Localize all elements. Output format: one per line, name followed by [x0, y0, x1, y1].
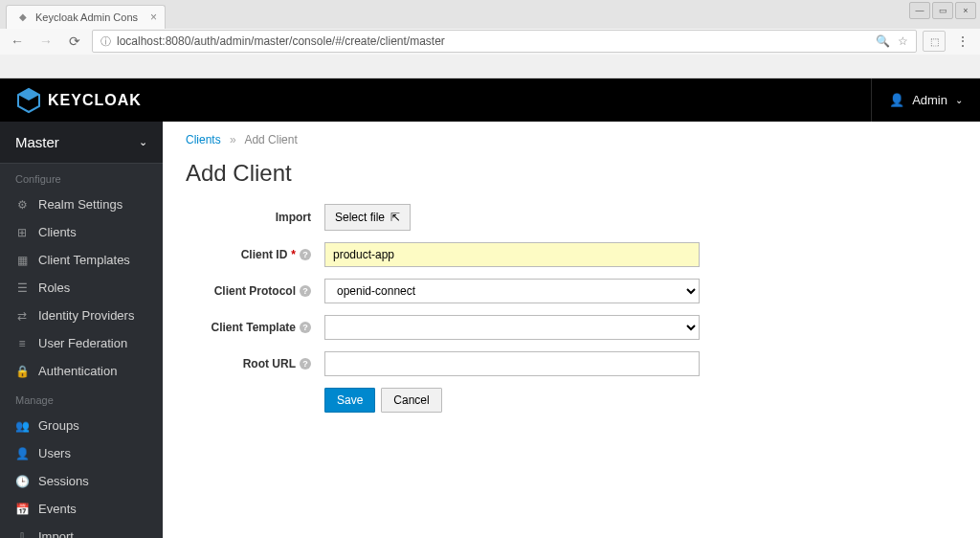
select-file-label: Select file — [335, 211, 385, 224]
sidebar-item-label: Sessions — [38, 474, 89, 488]
breadcrumb-parent-link[interactable]: Clients — [186, 133, 221, 146]
sidebar-item-label: Users — [38, 446, 71, 460]
svg-marker-1 — [18, 89, 39, 101]
url-bar[interactable]: ⓘ localhost:8080/auth/admin/master/conso… — [92, 30, 917, 53]
clock-icon: 🕒 — [15, 475, 29, 488]
sidebar-item-label: Clients — [38, 225, 77, 239]
forward-icon: → — [34, 31, 57, 52]
sidebar-item-groups[interactable]: 👥Groups — [0, 412, 163, 439]
sidebar-item-label: Events — [38, 502, 77, 516]
close-icon[interactable]: × — [150, 11, 157, 24]
breadcrumb-separator-icon: » — [230, 133, 236, 146]
templates-icon: ▦ — [15, 254, 29, 267]
logo[interactable]: KEYCLOAK — [15, 87, 142, 114]
sidebar-item-label: Roles — [38, 280, 70, 295]
client-protocol-label: Client Protocol — [214, 284, 296, 298]
sidebar-item-label: Authentication — [38, 364, 117, 378]
content: Clients » Add Client Add Client Import S… — [163, 122, 980, 538]
help-icon[interactable]: ? — [300, 285, 311, 297]
sidebar-item-label: Identity Providers — [38, 308, 134, 323]
zoom-icon[interactable]: 🔍 — [876, 34, 890, 48]
back-icon[interactable]: ← — [6, 31, 29, 52]
browser-tab[interactable]: ◆ Keycloak Admin Cons × — [6, 5, 166, 29]
list-icon: ☰ — [15, 281, 29, 295]
breadcrumb: Clients » Add Client — [186, 133, 957, 146]
sidebar-item-sessions[interactable]: 🕒Sessions — [0, 467, 163, 495]
sliders-icon: ⚙ — [15, 198, 29, 212]
url-actions: 🔍 ☆ — [876, 34, 908, 48]
calendar-icon: 📅 — [15, 503, 29, 516]
sidebar: Master ⌄ Configure ⚙Realm Settings ⊞Clie… — [0, 122, 163, 538]
user-icon: 👤 — [889, 93, 904, 107]
groups-icon: 👥 — [15, 419, 29, 433]
menu-icon[interactable]: ⋮ — [951, 31, 974, 52]
reload-icon[interactable]: ⟳ — [63, 31, 86, 52]
layers-icon: ≡ — [15, 337, 29, 350]
chevron-down-icon: ⌄ — [955, 95, 963, 105]
sidebar-item-events[interactable]: 📅Events — [0, 495, 163, 523]
user-icon: 👤 — [15, 447, 29, 460]
page-title: Add Client — [186, 160, 957, 187]
cancel-button[interactable]: Cancel — [381, 388, 441, 413]
sidebar-item-label: Client Templates — [38, 253, 130, 267]
url-text: localhost:8080/auth/admin/master/console… — [117, 34, 445, 48]
extension-icon[interactable]: ⬚ — [923, 31, 946, 52]
sidebar-item-clients[interactable]: ⊞Clients — [0, 218, 163, 246]
select-file-button[interactable]: Select file ⇱ — [324, 204, 411, 231]
info-icon: ⓘ — [100, 34, 111, 49]
help-icon[interactable]: ? — [300, 358, 311, 370]
help-icon[interactable]: ? — [300, 249, 311, 260]
logo-text: KEYCLOAK — [48, 92, 142, 109]
import-icon: ⇩ — [15, 530, 29, 539]
root-url-input[interactable] — [324, 351, 700, 376]
tab-bar: ◆ Keycloak Admin Cons × — ▭ × — [0, 0, 980, 29]
client-template-label: Client Template — [212, 321, 296, 334]
user-menu[interactable]: 👤 Admin ⌄ — [871, 78, 980, 122]
sidebar-item-import[interactable]: ⇩Import — [0, 523, 163, 538]
sidebar-item-identity-providers[interactable]: ⇄Identity Providers — [0, 302, 163, 329]
help-icon[interactable]: ? — [300, 322, 311, 333]
minimize-icon[interactable]: — — [909, 2, 930, 19]
close-window-icon[interactable]: × — [955, 2, 976, 19]
configure-section-label: Configure — [0, 164, 163, 191]
import-label: Import — [276, 211, 311, 224]
browser-chrome: ◆ Keycloak Admin Cons × — ▭ × ← → ⟳ ⓘ lo… — [0, 0, 980, 78]
root-url-label: Root URL — [243, 357, 296, 370]
sidebar-item-user-federation[interactable]: ≡User Federation — [0, 329, 163, 357]
realm-name: Master — [15, 134, 59, 150]
star-icon[interactable]: ☆ — [898, 34, 908, 48]
user-name: Admin — [912, 93, 947, 107]
swap-icon: ⇄ — [15, 309, 29, 323]
client-template-select[interactable] — [324, 315, 700, 340]
realm-selector[interactable]: Master ⌄ — [0, 122, 163, 164]
save-button[interactable]: Save — [324, 388, 375, 413]
tab-favicon-icon: ◆ — [16, 11, 30, 24]
client-id-input[interactable] — [324, 242, 700, 267]
tab-title: Keycloak Admin Cons — [35, 11, 138, 23]
maximize-icon[interactable]: ▭ — [932, 2, 953, 19]
nav-bar: ← → ⟳ ⓘ localhost:8080/auth/admin/master… — [0, 29, 980, 56]
sidebar-item-authentication[interactable]: 🔒Authentication — [0, 357, 163, 385]
sidebar-item-realm-settings[interactable]: ⚙Realm Settings — [0, 191, 163, 218]
logo-icon — [15, 87, 42, 114]
chevron-down-icon: ⌄ — [139, 136, 147, 148]
sidebar-item-label: Import — [38, 529, 74, 538]
sidebar-item-label: Groups — [38, 418, 79, 433]
grid-icon: ⊞ — [15, 226, 29, 239]
sidebar-item-label: Realm Settings — [38, 197, 122, 212]
lock-icon: 🔒 — [15, 365, 29, 378]
breadcrumb-current: Add Client — [244, 133, 297, 146]
client-protocol-select[interactable]: openid-connect — [324, 279, 700, 303]
app: KEYCLOAK 👤 Admin ⌄ Master ⌄ Configure ⚙R… — [0, 78, 980, 538]
sidebar-item-label: User Federation — [38, 336, 127, 350]
required-indicator: * — [291, 248, 296, 261]
client-id-label: Client ID — [241, 248, 288, 261]
external-icon: ⇱ — [390, 211, 400, 224]
sidebar-item-client-templates[interactable]: ▦Client Templates — [0, 246, 163, 274]
sidebar-item-users[interactable]: 👤Users — [0, 439, 163, 467]
manage-section-label: Manage — [0, 385, 163, 412]
app-header: KEYCLOAK 👤 Admin ⌄ — [0, 78, 980, 122]
sidebar-item-roles[interactable]: ☰Roles — [0, 274, 163, 302]
window-controls: — ▭ × — [909, 2, 976, 19]
